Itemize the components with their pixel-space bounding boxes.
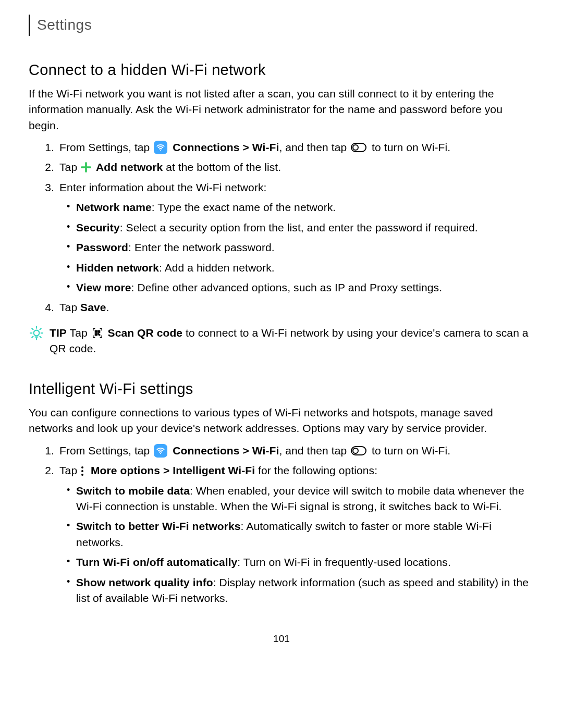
step-4: Tap Save. bbox=[57, 300, 534, 315]
label: Security bbox=[76, 221, 120, 233]
step-2: Tap More options > Intelligent Wi-Fi for… bbox=[57, 463, 534, 607]
label: Show network quality info bbox=[76, 576, 213, 588]
text: . bbox=[106, 301, 109, 313]
text: : Define other advanced options, such as… bbox=[131, 281, 443, 293]
text: Tap bbox=[59, 161, 80, 173]
svg-rect-6 bbox=[99, 335, 100, 336]
label: Switch to better Wi-Fi networks bbox=[76, 520, 241, 532]
label: Hidden network bbox=[76, 262, 159, 274]
svg-point-0 bbox=[160, 150, 161, 151]
text: From Settings, tap bbox=[59, 141, 153, 153]
list-item: Turn Wi-Fi on/off automatically: Turn on… bbox=[75, 554, 534, 570]
list-item: Security: Select a security option from … bbox=[75, 220, 534, 236]
intelligent-wifi-bullets: Switch to mobile data: When enabled, you… bbox=[59, 483, 534, 607]
text: , and then tap bbox=[279, 141, 350, 153]
svg-rect-3 bbox=[98, 330, 100, 332]
scan-qr-label: Scan QR code bbox=[108, 327, 183, 339]
step-2: Tap Add network at the bottom of the lis… bbox=[57, 159, 534, 175]
wifi-info-bullets: Network name: Type the exact name of the… bbox=[59, 200, 534, 295]
text: , and then tap bbox=[279, 445, 350, 456]
text: Enter information about the Wi-Fi networ… bbox=[59, 181, 267, 193]
svg-point-1 bbox=[34, 330, 40, 336]
more-options-icon bbox=[81, 466, 85, 476]
heading-connect-hidden: Connect to a hidden Wi-Fi network bbox=[29, 59, 534, 81]
lightbulb-icon bbox=[29, 325, 44, 341]
more-options-label: More options > Intelligent Wi-Fi bbox=[91, 464, 255, 476]
plus-icon bbox=[80, 162, 92, 173]
text: : Turn on Wi-Fi in frequently-used locat… bbox=[237, 556, 451, 568]
svg-point-7 bbox=[160, 453, 161, 454]
connections-wifi-label: Connections > Wi-Fi bbox=[173, 445, 279, 456]
step-3: Enter information about the Wi-Fi networ… bbox=[57, 180, 534, 296]
tip-body: TIP Tap Scan QR code to connect to a Wi-… bbox=[50, 325, 534, 357]
label: Turn Wi-Fi on/off automatically bbox=[76, 556, 237, 568]
label: View more bbox=[76, 281, 131, 293]
svg-rect-4 bbox=[95, 334, 97, 336]
toggle-icon bbox=[351, 446, 366, 455]
text: at the bottom of the list. bbox=[163, 161, 281, 173]
text: to turn on Wi-Fi. bbox=[369, 445, 450, 456]
intro-intelligent-wifi: You can configure connections to various… bbox=[29, 405, 534, 437]
list-item: Switch to better Wi-Fi networks: Automat… bbox=[75, 519, 534, 550]
wifi-icon bbox=[154, 141, 167, 154]
step-1: From Settings, tap Connections > Wi-Fi, … bbox=[57, 140, 534, 155]
list-item: Password: Enter the network password. bbox=[75, 240, 534, 255]
toggle-icon bbox=[351, 143, 366, 152]
add-network-label: Add network bbox=[96, 161, 163, 173]
text: : Add a hidden network. bbox=[159, 262, 275, 274]
step-1: From Settings, tap Connections > Wi-Fi, … bbox=[57, 443, 534, 459]
text: : Enter the network password. bbox=[128, 241, 275, 253]
intro-connect-hidden: If the Wi-Fi network you want is not lis… bbox=[29, 86, 534, 133]
svg-rect-2 bbox=[95, 330, 97, 332]
tip-label: TIP bbox=[50, 327, 67, 339]
page-header: Settings bbox=[29, 15, 534, 36]
label: Network name bbox=[76, 201, 152, 213]
heading-intelligent-wifi: Intelligent Wi-Fi settings bbox=[29, 378, 534, 400]
text: Tap bbox=[59, 301, 80, 313]
text: : Type the exact name of the network. bbox=[152, 201, 336, 213]
text: From Settings, tap bbox=[59, 445, 153, 456]
connections-wifi-label: Connections > Wi-Fi bbox=[173, 141, 279, 153]
list-item: Switch to mobile data: When enabled, you… bbox=[75, 483, 534, 515]
text: Tap bbox=[59, 464, 80, 476]
label: Switch to mobile data bbox=[76, 485, 190, 497]
list-item: Hidden network: Add a hidden network. bbox=[75, 260, 534, 276]
text: to turn on Wi-Fi. bbox=[369, 141, 450, 153]
text: for the following options: bbox=[255, 464, 377, 476]
qr-icon bbox=[92, 327, 103, 339]
wifi-icon bbox=[154, 444, 167, 458]
label: Password bbox=[76, 241, 128, 253]
page-number: 101 bbox=[29, 632, 534, 646]
save-label: Save bbox=[80, 301, 106, 313]
steps-connect-hidden: From Settings, tap Connections > Wi-Fi, … bbox=[29, 140, 534, 316]
tip-row: TIP Tap Scan QR code to connect to a Wi-… bbox=[29, 325, 534, 357]
text: Tap bbox=[67, 327, 91, 339]
steps-intelligent-wifi: From Settings, tap Connections > Wi-Fi, … bbox=[29, 443, 534, 607]
list-item: View more: Define other advanced options… bbox=[75, 280, 534, 295]
list-item: Show network quality info: Display netwo… bbox=[75, 575, 534, 607]
list-item: Network name: Type the exact name of the… bbox=[75, 200, 534, 215]
text: : Select a security option from the list… bbox=[120, 221, 478, 233]
